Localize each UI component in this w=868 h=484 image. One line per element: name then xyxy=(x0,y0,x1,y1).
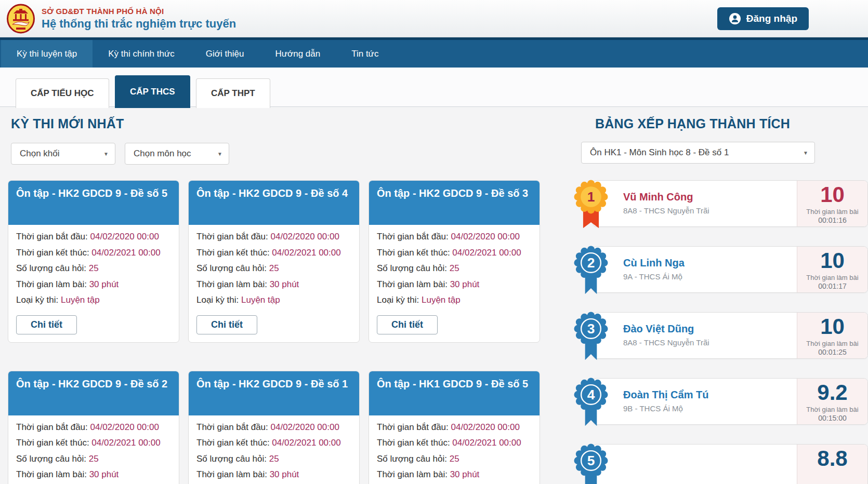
type-label: Loại kỳ thi: xyxy=(16,295,58,305)
rank-number: 1 xyxy=(587,189,595,205)
nav-item-practice-exams[interactable]: Kỳ thi luyện tập xyxy=(1,40,93,68)
end-label: Thời gian kết thúc: xyxy=(377,248,450,258)
end-label: Thời gian kết thúc: xyxy=(196,438,270,448)
duration-label: Thời gian làm bài: xyxy=(377,279,448,289)
subject-filter-select[interactable]: Chọn môn học ▼ xyxy=(125,143,229,165)
detail-button[interactable]: Chi tiết xyxy=(196,315,257,334)
questions-value: 25 xyxy=(450,263,459,273)
exam-card-title: Ôn tập - HK2 GDCD 9 - Đề số 5 xyxy=(8,181,179,225)
score-value: 9.2 xyxy=(797,381,867,405)
detail-button[interactable]: Chi tiết xyxy=(16,315,77,334)
score-value: 10 xyxy=(797,183,867,207)
questions-value: 25 xyxy=(89,263,99,273)
end-value: 04/02/2021 00:00 xyxy=(452,438,521,448)
time-label: Thời gian làm bài xyxy=(797,208,867,216)
end-label: Thời gian kết thúc: xyxy=(16,438,89,448)
end-value: 04/02/2021 00:00 xyxy=(452,248,521,258)
brand-home-link[interactable]: SỞ GD&ĐT THÀNH PHỐ HÀ NỘI Hệ thống thi t… xyxy=(6,4,236,34)
tab-primary-school[interactable]: CẤP TIỂU HỌC xyxy=(16,78,109,108)
app-header: SỞ GD&ĐT THÀNH PHỐ HÀ NỘI Hệ thống thi t… xyxy=(0,0,868,37)
leaderboard-title: BẢNG XẾP HẠNG THÀNH TÍCH xyxy=(569,116,816,131)
questions-label: Số lượng câu hỏi: xyxy=(16,263,86,273)
tab-high-school[interactable]: CẤP THPT xyxy=(196,78,270,108)
rank-number: 4 xyxy=(587,387,595,402)
type-value: Luyện tập xyxy=(241,295,280,305)
end-label: Thời gian kết thúc: xyxy=(196,248,270,258)
questions-label: Số lượng câu hỏi: xyxy=(377,454,447,464)
score-value: 10 xyxy=(797,249,867,273)
end-value: 04/02/2021 00:00 xyxy=(91,438,160,448)
start-value: 04/02/2020 00:00 xyxy=(451,422,520,432)
chevron-down-icon: ▼ xyxy=(103,151,109,157)
rank-1-medal-icon: 1 xyxy=(573,179,609,230)
hanoi-doet-logo-icon xyxy=(6,4,35,34)
questions-value: 25 xyxy=(450,454,459,464)
leaderboard-exam-select[interactable]: Ôn HK1 - Môn Sinh học 8 - Đề số 1 ▼ xyxy=(581,142,815,164)
end-value: 04/02/2021 00:00 xyxy=(272,248,340,258)
subject-filter-value: Chọn môn học xyxy=(134,149,191,159)
leaderboard-row: 1 Vũ Minh Công 8A8 - THCS Nguyễn Trãi 10… xyxy=(593,180,868,227)
rank-2-medal-icon: 2 xyxy=(573,245,609,296)
start-label: Thời gian bắt đầu: xyxy=(377,232,449,241)
detail-button[interactable]: Chi tiết xyxy=(377,315,438,334)
time-label: Thời gian làm bài xyxy=(797,340,867,347)
exam-card-title: Ôn tập - HK2 GDCD 9 - Đề số 2 xyxy=(8,371,179,415)
type-label: Loại kỳ thi: xyxy=(377,295,419,305)
nav-item-guide[interactable]: Hướng dẫn xyxy=(259,40,336,68)
time-value: 00:01:25 xyxy=(797,348,867,356)
nav-item-official-exams[interactable]: Kỳ thi chính thức xyxy=(93,40,190,68)
duration-value: 30 phút xyxy=(270,469,299,479)
time-value: 00:01:16 xyxy=(797,216,867,224)
grade-filter-select[interactable]: Chọn khối ▼ xyxy=(11,143,115,165)
start-value: 04/02/2020 00:00 xyxy=(271,422,339,432)
start-value: 04/02/2020 00:00 xyxy=(90,232,159,241)
rank-number: 2 xyxy=(587,255,595,271)
questions-value: 25 xyxy=(89,454,99,464)
student-class-school: 8A8 - THCS Nguyễn Trãi xyxy=(623,338,792,347)
student-name: Đào Việt Dũng xyxy=(623,323,792,335)
exam-card-grid: Ôn tập - HK2 GDCD 9 - Đề số 5 Thời gian … xyxy=(8,180,548,484)
rank-number: 5 xyxy=(587,453,595,468)
exam-card: Ôn tập - HK2 GDCD 9 - Đề số 2 Thời gian … xyxy=(8,371,179,484)
exam-card: Ôn tập - HK2 GDCD 9 - Đề số 5 Thời gian … xyxy=(8,180,179,343)
leaderboard-exam-value: Ôn HK1 - Môn Sinh học 8 - Đề số 1 xyxy=(590,147,729,158)
end-label: Thời gian kết thúc: xyxy=(16,248,89,258)
chevron-down-icon: ▼ xyxy=(803,150,808,156)
rank-5-medal-icon: 5 xyxy=(573,443,609,484)
duration-label: Thời gian làm bài: xyxy=(196,469,267,479)
nav-item-news[interactable]: Tin tức xyxy=(336,40,394,68)
nav-item-about[interactable]: Giới thiệu xyxy=(190,40,260,68)
exam-card-title: Ôn tập - HK2 GDCD 9 - Đề số 3 xyxy=(369,181,540,225)
type-value: Luyện tập xyxy=(61,295,100,305)
chevron-down-icon: ▼ xyxy=(217,151,222,157)
end-value: 04/02/2021 00:00 xyxy=(272,438,340,448)
rank-4-medal-icon: 4 xyxy=(573,377,609,428)
exam-card-title: Ôn tập - HK2 GDCD 9 - Đề số 1 xyxy=(189,371,359,415)
student-class-school: 9B - THCS Ái Mộ xyxy=(623,404,792,413)
end-value: 04/02/2021 00:00 xyxy=(91,248,160,258)
duration-value: 30 phút xyxy=(89,469,119,479)
type-label: Loại kỳ thi: xyxy=(196,295,239,305)
duration-label: Thời gian làm bài: xyxy=(16,469,87,479)
leaderboard-section: BẢNG XẾP HẠNG THÀNH TÍCH Ôn HK1 - Môn Si… xyxy=(569,107,868,484)
main-nav: Kỳ thi luyện tập Kỳ thi chính thức Giới … xyxy=(0,37,868,68)
login-button[interactable]: Đăng nhập xyxy=(717,7,809,30)
leaderboard-row: 2 Cù Linh Nga 9A - THCS Ái Mộ 10 Thời gi… xyxy=(593,246,868,293)
time-value: 00:01:17 xyxy=(797,282,867,290)
time-label: Thời gian làm bài xyxy=(797,274,867,281)
start-label: Thời gian bắt đầu: xyxy=(16,232,88,241)
latest-exams-section: KỲ THI MỚI NHẤT Chọn khối ▼ Chọn môn học… xyxy=(0,107,548,484)
login-label: Đăng nhập xyxy=(746,13,797,24)
tab-secondary-school[interactable]: CẤP THCS xyxy=(115,75,190,108)
start-label: Thời gian bắt đầu: xyxy=(196,422,268,432)
duration-label: Thời gian làm bài: xyxy=(196,279,267,289)
start-label: Thời gian bắt đầu: xyxy=(377,422,449,432)
duration-value: 30 phút xyxy=(450,279,480,289)
student-class-school: 9A - THCS Ái Mộ xyxy=(623,272,792,281)
student-name: Vũ Minh Công xyxy=(623,191,792,203)
time-value: 00:15:00 xyxy=(797,414,867,422)
start-value: 04/02/2020 00:00 xyxy=(90,422,159,432)
site-title: Hệ thống thi trắc nghiệm trực tuyến xyxy=(42,17,236,31)
rank-3-medal-icon: 3 xyxy=(573,311,609,362)
questions-value: 25 xyxy=(269,263,279,273)
